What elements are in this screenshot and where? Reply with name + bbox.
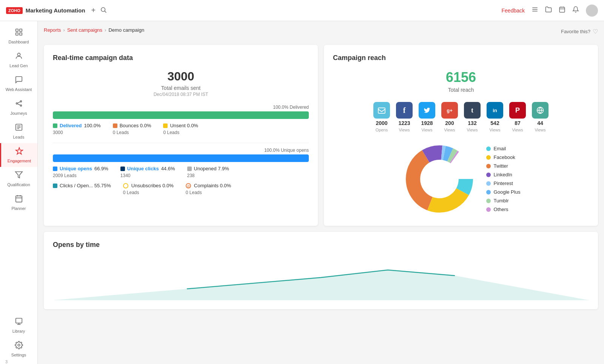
stat-unsent: Unsent 0.0% 0 Leads — [163, 123, 198, 135]
gplus-num: 200 — [445, 120, 454, 126]
opens-card: Opens by time 4 3 — [44, 232, 598, 309]
breadcrumb-sep1: › — [63, 27, 65, 33]
social-globe: 44 Views — [532, 102, 549, 132]
search-icon[interactable] — [100, 6, 107, 14]
dot-unique-clicks — [120, 167, 125, 171]
unsubscribes-label: Unsubscribes 0.0% — [131, 183, 174, 188]
unique-clicks-link[interactable]: Unique clicks — [127, 166, 159, 171]
main-content: Reports › Sent campaigns › Demo campaign… — [38, 21, 604, 315]
facebook-sublabel: Views — [399, 128, 410, 132]
favorite-heart-icon[interactable]: ♡ — [593, 28, 598, 35]
svg-point-16 — [20, 105, 22, 106]
topbar-right: Feedback — [502, 5, 598, 17]
legend-dot-twitter — [486, 164, 491, 168]
dot-delivered — [53, 123, 57, 128]
legend-tumblr: Tumblr — [486, 198, 521, 204]
unique-clicks-sub: 1340 — [120, 173, 175, 178]
folder-icon[interactable] — [545, 6, 552, 15]
realtime-card: Real-time campaign data 3000 Total email… — [44, 45, 318, 226]
dashboard-icon — [15, 28, 23, 38]
calendar-icon[interactable] — [559, 6, 565, 15]
svg-point-0 — [101, 8, 105, 12]
stat-unique-opens: Unique opens 66.9% 2009 Leads — [53, 166, 108, 178]
add-button[interactable]: + — [91, 6, 96, 15]
legend-dot-others — [486, 207, 491, 212]
legend-label-email: Email — [494, 146, 506, 151]
legend-dot-pinterest — [486, 181, 491, 186]
svg-marker-23 — [15, 172, 22, 178]
svg-line-17 — [17, 102, 20, 103]
topbar: ZOHO Marketing Automation + Feedback — [0, 0, 604, 21]
avatar[interactable] — [586, 5, 598, 17]
opens-line-chart — [53, 255, 589, 300]
social-pinterest: P 87 Views — [509, 102, 526, 132]
divider1 — [53, 143, 309, 143]
legend-label-pinterest: Pinterest — [494, 180, 513, 186]
unsent-label: Unsent 0.0% — [170, 123, 198, 128]
opens-title: Opens by time — [53, 241, 589, 249]
svg-rect-32 — [378, 108, 385, 113]
stats-row-2: Unique opens 66.9% 2009 Leads Unique cli… — [53, 166, 309, 178]
feedback-link[interactable]: Feedback — [502, 8, 525, 14]
list-icon[interactable] — [532, 6, 538, 15]
dot-unsent — [163, 123, 168, 128]
dot-complaints: ⊘ — [186, 183, 191, 188]
stat-unique-clicks: Unique clicks 44.6% 1340 — [120, 166, 175, 178]
social-tumblr: t 132 Views — [464, 102, 481, 132]
sidebar-label-qualification: Qualification — [7, 182, 30, 187]
reach-card: Campaign reach 6156 Total reach 2000 Ope… — [324, 45, 598, 226]
reach-card-title: Campaign reach — [333, 54, 589, 62]
stats-row-1: Delivered 100.0% 3000 Bounces 0.0% 0 Lea… — [53, 123, 309, 135]
bounces-sub: 0 Leads — [113, 130, 151, 135]
opens-chart-area: 4 3 — [53, 255, 589, 300]
donut-area: Email Facebook Twitter LinkedIn — [333, 141, 589, 217]
svg-rect-11 — [15, 33, 18, 35]
planner-icon — [15, 194, 23, 205]
stat-complaints: ⊘ Complaints 0.0% 0 Leads — [186, 183, 231, 195]
complaints-sub: 0 Leads — [186, 190, 231, 195]
facebook-num: 1223 — [398, 120, 410, 126]
globe-num: 44 — [537, 120, 543, 126]
linkedin-num: 542 — [490, 120, 499, 126]
breadcrumb-reports[interactable]: Reports — [44, 27, 61, 33]
unique-opens-link[interactable]: Unique opens — [60, 166, 92, 171]
total-emails-date: Dec/04/2018 08:37 PM IST — [53, 92, 309, 97]
social-gplus: g+ 200 Views — [441, 102, 458, 132]
bar-opens-bg — [53, 154, 309, 162]
bar-delivered-bg — [53, 111, 309, 119]
svg-point-14 — [16, 103, 17, 104]
svg-rect-9 — [15, 29, 18, 31]
legend-dot-linkedin — [486, 173, 491, 177]
email-num: 2000 — [376, 120, 387, 126]
svg-point-13 — [17, 53, 20, 56]
legend-others: Others — [486, 207, 521, 212]
web-assistant-icon — [15, 76, 23, 86]
social-icons-row: 2000 Opens f 1223 Views 1928 Views g+ — [333, 102, 589, 132]
app-title: Marketing Automation — [26, 7, 85, 14]
stat-unsubscribes: Unsubscribes 0.0% 0 Leads — [123, 183, 174, 195]
unique-opens-sub: 2009 Leads — [53, 173, 108, 178]
svg-line-18 — [17, 104, 20, 105]
delivered-link[interactable]: Delivered — [60, 123, 82, 128]
sidebar-label-dashboard: Dashboard — [9, 40, 29, 44]
svg-rect-12 — [19, 33, 22, 35]
legend-dot-email — [486, 147, 491, 151]
total-emails-num: 3000 — [53, 69, 309, 83]
stat-unopened: Unopened 7.9% 238 — [187, 166, 229, 178]
breadcrumb-sent-campaigns[interactable]: Sent campaigns — [67, 27, 102, 33]
bar-opens-label: 100.0% Unique opens — [53, 148, 309, 153]
qualification-icon — [15, 171, 23, 181]
bar-opens-fill — [53, 154, 309, 162]
legend-label-linkedin: LinkedIn — [494, 172, 512, 177]
globe-sublabel: Views — [535, 128, 545, 132]
bell-icon[interactable] — [572, 6, 579, 15]
topnav-row: Reports › Sent campaigns › Demo campaign… — [44, 27, 598, 39]
total-reach-label: Total reach — [333, 87, 589, 93]
social-twitter: 1928 Views — [419, 102, 435, 132]
facebook-icon: f — [396, 102, 413, 119]
svg-point-15 — [20, 101, 22, 102]
breadcrumb: Reports › Sent campaigns › Demo campaign — [44, 27, 144, 33]
bar-opens-section: 100.0% Unique opens Unique opens 66.9% 2… — [53, 148, 309, 195]
twitter-sublabel: Views — [421, 128, 432, 132]
sidebar-label-leads: Leads — [13, 135, 25, 139]
